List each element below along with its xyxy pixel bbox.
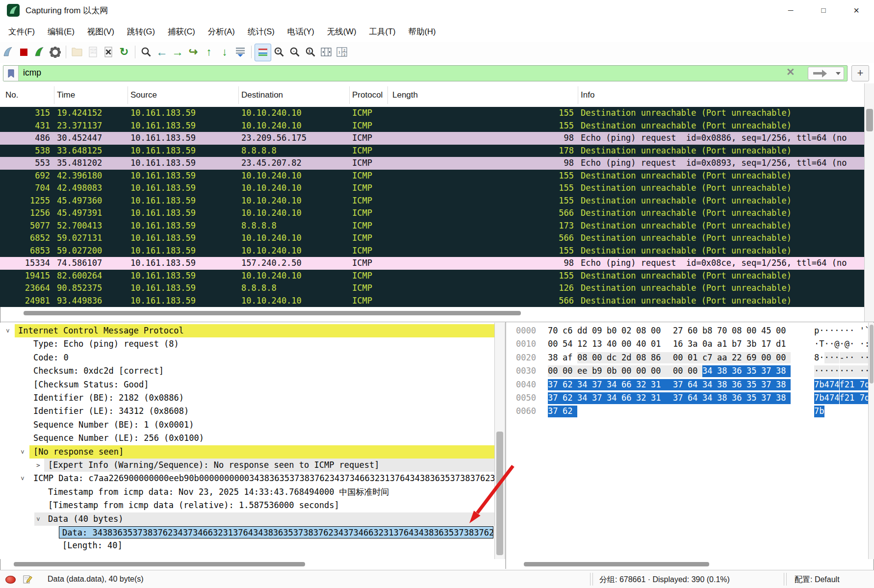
column-header-info[interactable]: Info bbox=[581, 83, 787, 107]
ascii-char[interactable]: 4 bbox=[834, 379, 839, 391]
hex-byte[interactable]: 08 bbox=[577, 352, 592, 364]
ascii-char[interactable]: · bbox=[840, 325, 845, 337]
detail-line-16[interactable]: [Length: 40] bbox=[0, 539, 494, 552]
detail-line-0[interactable]: >Internet Control Message Protocol bbox=[0, 324, 494, 337]
column-divider[interactable] bbox=[54, 86, 54, 104]
hex-byte[interactable]: 01 bbox=[651, 338, 666, 350]
packet-row-15334[interactable]: 1533474.58610710.161.183.59157.240.2.50I… bbox=[0, 257, 864, 270]
restart-capture-button[interactable] bbox=[31, 44, 47, 60]
ascii-char[interactable]: · bbox=[834, 325, 839, 337]
ascii-char[interactable] bbox=[854, 392, 859, 404]
hex-byte[interactable]: b7 bbox=[732, 338, 746, 350]
hex-byte[interactable]: 34 bbox=[702, 379, 717, 391]
ascii-char[interactable]: · bbox=[865, 365, 868, 377]
zoom-out-button[interactable]: - bbox=[287, 44, 303, 60]
ascii-char[interactable]: · bbox=[824, 338, 829, 350]
colorize-button[interactable] bbox=[255, 44, 271, 61]
packet-list-hscrollbar[interactable] bbox=[24, 311, 521, 315]
hex-byte[interactable]: af bbox=[563, 352, 577, 364]
detail-line-7[interactable]: Sequence Number (BE): 1 (0x0001) bbox=[0, 418, 494, 432]
ascii-char[interactable] bbox=[854, 338, 859, 350]
hex-byte[interactable]: 38 bbox=[548, 352, 563, 364]
hex-byte[interactable]: 37 bbox=[548, 379, 563, 391]
packet-row-692[interactable]: 69242.39618010.161.183.5910.10.240.10ICM… bbox=[0, 170, 864, 182]
display-filter-input[interactable]: icmp ✕ bbox=[3, 65, 848, 81]
ascii-char[interactable]: b bbox=[819, 379, 824, 391]
hex-byte[interactable]: 00 bbox=[651, 365, 666, 377]
column-header-protocol[interactable]: Protocol bbox=[352, 83, 386, 107]
hex-byte[interactable]: 2d bbox=[621, 352, 636, 364]
menu-item-1[interactable]: 编辑(E) bbox=[42, 21, 80, 42]
hex-byte[interactable]: aa bbox=[717, 352, 732, 364]
ascii-char[interactable]: T bbox=[819, 338, 824, 350]
hex-byte[interactable]: 70 bbox=[548, 325, 563, 337]
hex-byte[interactable]: 22 bbox=[732, 352, 746, 364]
menu-item-5[interactable]: 分析(A) bbox=[202, 21, 241, 42]
hex-byte[interactable]: 38 bbox=[776, 392, 791, 404]
packet-row-6853[interactable]: 685359.02720010.161.183.5910.10.240.10IC… bbox=[0, 245, 864, 257]
hex-byte[interactable]: 45 bbox=[761, 325, 776, 337]
hex-byte[interactable]: 13 bbox=[592, 338, 607, 350]
detail-vscrollbar[interactable] bbox=[494, 323, 505, 559]
ascii-char[interactable]: · bbox=[849, 352, 854, 364]
chevron-expanded-icon[interactable]: > bbox=[16, 450, 29, 454]
hex-byte[interactable]: dd bbox=[577, 325, 592, 337]
detail-line-10[interactable]: >[Expert Info (Warning/Sequence): No res… bbox=[0, 459, 494, 472]
hex-byte[interactable]: c6 bbox=[563, 325, 577, 337]
go-forward-button[interactable]: → bbox=[170, 44, 185, 60]
hex-byte[interactable]: 00 bbox=[563, 365, 577, 377]
hex-byte[interactable]: 12 bbox=[577, 338, 592, 350]
hex-byte[interactable]: 37 bbox=[673, 392, 688, 404]
hex-byte[interactable]: 37 bbox=[548, 406, 563, 417]
ascii-char[interactable]: b bbox=[819, 406, 824, 417]
ascii-char[interactable]: · bbox=[814, 338, 819, 350]
hex-byte[interactable]: 32 bbox=[636, 379, 651, 391]
hex-byte[interactable]: 38 bbox=[776, 379, 791, 391]
ascii-char[interactable]: · bbox=[840, 338, 845, 350]
menu-item-8[interactable]: 无线(W) bbox=[321, 21, 362, 42]
hex-byte[interactable]: 17 bbox=[761, 338, 776, 350]
ascii-char[interactable]: : bbox=[865, 338, 868, 350]
hex-byte[interactable]: 00 bbox=[636, 365, 651, 377]
add-filter-button[interactable]: + bbox=[851, 65, 869, 81]
hex-byte[interactable]: 08 bbox=[732, 325, 746, 337]
hex-byte[interactable]: 34 bbox=[607, 379, 621, 391]
hex-byte[interactable]: 36 bbox=[732, 379, 746, 391]
ascii-char[interactable]: 2 bbox=[845, 379, 849, 391]
ascii-char[interactable]: - bbox=[840, 352, 845, 364]
hex-byte[interactable]: 62 bbox=[563, 379, 577, 391]
close-button[interactable]: × bbox=[843, 0, 870, 21]
ascii-char[interactable] bbox=[854, 352, 859, 364]
column-divider[interactable] bbox=[349, 86, 350, 104]
hex-byte[interactable]: 32 bbox=[636, 392, 651, 404]
hex-byte[interactable]: 34 bbox=[607, 392, 621, 404]
hex-byte[interactable]: 37 bbox=[592, 392, 607, 404]
ascii-char[interactable]: 7 bbox=[829, 392, 834, 404]
menu-item-9[interactable]: 工具(T) bbox=[363, 21, 401, 42]
hex-byte[interactable]: 3b bbox=[746, 338, 761, 350]
detail-line-5[interactable]: Identifier (BE): 2182 (0x0886) bbox=[0, 391, 494, 405]
ascii-char[interactable]: 7 bbox=[860, 392, 865, 404]
ascii-char[interactable]: d bbox=[865, 392, 868, 404]
minimize-button[interactable]: ─ bbox=[777, 0, 804, 21]
hex-byte[interactable]: b9 bbox=[592, 365, 607, 377]
menu-item-6[interactable]: 统计(S) bbox=[242, 21, 281, 42]
hex-byte[interactable]: 37 bbox=[548, 392, 563, 404]
ascii-char[interactable]: 7 bbox=[814, 406, 819, 417]
hex-byte[interactable]: 69 bbox=[746, 352, 761, 364]
hex-byte[interactable]: ee bbox=[577, 365, 592, 377]
ascii-char[interactable] bbox=[854, 365, 859, 377]
hex-byte[interactable]: 54 bbox=[563, 338, 577, 350]
hex-byte[interactable]: 00 bbox=[548, 338, 563, 350]
detail-line-11[interactable]: >ICMP Data: c7aa226900000000eeb90b000000… bbox=[0, 472, 494, 485]
go-to-packet-button[interactable]: ↪ bbox=[185, 44, 201, 60]
ascii-char[interactable]: ` bbox=[865, 325, 868, 337]
ascii-char[interactable]: 7 bbox=[829, 379, 834, 391]
detail-line-12[interactable]: Timestamp from icmp data: Nov 23, 2025 1… bbox=[0, 486, 494, 499]
zoom-in-button[interactable]: + bbox=[271, 44, 287, 60]
ascii-char[interactable]: p bbox=[814, 325, 819, 337]
chevron-expanded-icon[interactable]: > bbox=[1, 329, 14, 333]
detail-line-15[interactable]: Data: 3438363537383762343734663231376434… bbox=[0, 526, 494, 539]
hex-byte[interactable]: 37 bbox=[761, 379, 776, 391]
hex-byte[interactable]: 3a bbox=[688, 338, 702, 350]
